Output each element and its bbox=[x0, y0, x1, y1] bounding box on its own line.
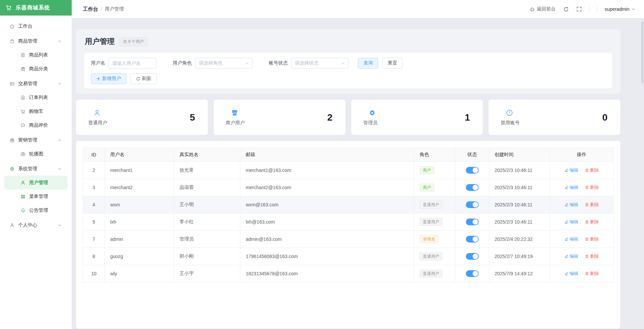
edit-button[interactable]: 编辑 bbox=[565, 236, 578, 242]
page-content: 用户管理 共 9 个用户 用户名 用户角色 请选择角色 账号状态 请选择 bbox=[72, 18, 644, 329]
username-input[interactable] bbox=[109, 58, 157, 69]
home-icon bbox=[530, 7, 535, 12]
stat-card-disabled-accounts: 禁用账号 0 bbox=[488, 100, 620, 135]
sidebar-item-product-mgmt[interactable]: 商品管理 bbox=[0, 34, 72, 48]
status-toggle[interactable] bbox=[466, 219, 479, 225]
shop-icon bbox=[231, 109, 239, 117]
status-select[interactable]: 请选择状态 bbox=[291, 58, 349, 69]
status-toggle[interactable] bbox=[466, 270, 479, 277]
sidebar-item-order-list[interactable]: 订单列表 bbox=[0, 91, 72, 104]
edit-icon bbox=[565, 272, 569, 276]
sidebar-item-product-list[interactable]: 商品列表 bbox=[0, 48, 72, 62]
user-table: ID 用户名 真实姓名 邮箱 角色 状态 创建时间 操作 2 merchant1 bbox=[83, 148, 614, 282]
cell-realname: 郭小刚 bbox=[174, 248, 240, 265]
edit-icon bbox=[565, 220, 569, 224]
sidebar-item-banner[interactable]: 轮播图 bbox=[0, 147, 72, 161]
role-select[interactable]: 请选择角色 bbox=[195, 58, 253, 69]
edit-button[interactable]: 编辑 bbox=[565, 184, 578, 191]
back-to-front-button[interactable]: 返回前台 bbox=[530, 6, 556, 12]
edit-button[interactable]: 编辑 bbox=[565, 271, 578, 277]
stat-cards: 普通用户 5 商户用户 2 管理员 bbox=[76, 100, 620, 135]
role-filter-label: 用户角色 bbox=[173, 60, 192, 66]
cell-id: 7 bbox=[83, 231, 105, 248]
sidebar-item-trade-mgmt[interactable]: 交易管理 bbox=[0, 77, 72, 91]
sidebar-item-menu-mgmt[interactable]: 菜单管理 bbox=[0, 189, 72, 203]
breadcrumb-current: 用户管理 bbox=[105, 6, 124, 12]
status-toggle[interactable] bbox=[466, 184, 479, 191]
sidebar-item-product-review[interactable]: 商品评价 bbox=[0, 118, 72, 132]
col-actions: 操作 bbox=[550, 148, 614, 162]
edit-button[interactable]: 编辑 bbox=[565, 219, 578, 225]
delete-button[interactable]: 删除 bbox=[585, 236, 599, 242]
role-badge: 普通用户 bbox=[420, 218, 443, 226]
cell-username: wly bbox=[105, 265, 174, 282]
topbar-actions: 返回前台 superadmin bbox=[530, 6, 635, 12]
sidebar-item-product-category[interactable]: 商品分类 bbox=[0, 62, 72, 76]
delete-button[interactable]: 删除 bbox=[585, 184, 599, 191]
top-header: 工作台 / 用户管理 返回前台 superadmin bbox=[72, 0, 644, 18]
delete-button[interactable]: 删除 bbox=[585, 167, 599, 173]
stat-value: 5 bbox=[190, 112, 195, 123]
stat-card-merchant-users: 商户用户 2 bbox=[214, 100, 345, 135]
chevron-up-icon bbox=[57, 82, 62, 86]
delete-button[interactable]: 删除 bbox=[585, 271, 599, 277]
delete-button[interactable]: 删除 bbox=[585, 202, 599, 208]
category-icon bbox=[20, 66, 26, 72]
cell-realname: 品诣荟 bbox=[174, 179, 240, 196]
trash-icon bbox=[585, 237, 589, 241]
sidebar-item-personal-center[interactable]: 个人中心 bbox=[0, 218, 72, 232]
edit-icon bbox=[565, 237, 569, 241]
cell-email: 18231345678@163.com bbox=[240, 265, 414, 282]
sidebar-item-announcement-mgmt[interactable]: 公告管理 bbox=[0, 203, 72, 217]
stat-value: 0 bbox=[602, 112, 607, 123]
cell-created: 2025/2/7 10:49:19 bbox=[489, 248, 550, 265]
warning-icon bbox=[505, 109, 514, 117]
cart-icon bbox=[20, 109, 26, 114]
scrollbar[interactable] bbox=[641, 22, 643, 83]
trash-icon bbox=[585, 220, 589, 224]
reset-button[interactable]: 重置 bbox=[382, 58, 403, 69]
sidebar-item-shopping-cart[interactable]: 购物车 bbox=[0, 104, 72, 118]
edit-button[interactable]: 编辑 bbox=[565, 253, 578, 259]
status-toggle[interactable] bbox=[466, 236, 479, 243]
sidebar-item-user-mgmt[interactable]: 用户管理 bbox=[4, 176, 68, 189]
cell-created: 2025/2/3 10:46:11 bbox=[489, 213, 550, 231]
table-row: 4 wxm 王小明 wxm@163.com 普通用户 2025/2/3 10:4… bbox=[83, 196, 614, 213]
status-toggle[interactable] bbox=[466, 201, 479, 208]
search-card: 用户名 用户角色 请选择角色 账号状态 请选择状态 查询 bbox=[84, 53, 612, 88]
user-dropdown[interactable]: superadmin bbox=[605, 6, 635, 12]
fullscreen-icon[interactable] bbox=[576, 6, 582, 12]
role-badge: 普通用户 bbox=[420, 270, 443, 278]
sidebar-item-workbench[interactable]: 工作台 bbox=[0, 19, 72, 33]
table-row: 8 guozg 郭小刚 17961456083@163.com 普通用户 202… bbox=[83, 248, 614, 265]
sidebar: 乐器商城系统 工作台 商品管理 商品列表 bbox=[0, 0, 72, 329]
status-toggle[interactable] bbox=[466, 167, 479, 174]
edit-button[interactable]: 编辑 bbox=[565, 202, 578, 208]
refresh-icon[interactable] bbox=[563, 6, 569, 12]
refresh-button[interactable]: 刷新 bbox=[130, 73, 157, 84]
search-button[interactable]: 查询 bbox=[358, 58, 378, 69]
delete-button[interactable]: 删除 bbox=[585, 253, 599, 259]
delete-button[interactable]: 删除 bbox=[585, 219, 599, 225]
cell-created: 2025/2/3 10:46:11 bbox=[489, 162, 550, 179]
user-table-card: ID 用户名 真实姓名 邮箱 角色 状态 创建时间 操作 2 merchant1 bbox=[76, 141, 620, 329]
col-role: 角色 bbox=[414, 148, 455, 162]
cell-username: wxm bbox=[105, 196, 174, 213]
app-logo: 乐器商城系统 bbox=[0, 0, 72, 16]
card-icon bbox=[9, 81, 15, 86]
user-icon bbox=[20, 180, 26, 185]
breadcrumb-root[interactable]: 工作台 bbox=[83, 6, 98, 12]
edit-icon bbox=[565, 254, 569, 258]
header-divider bbox=[597, 6, 597, 12]
sidebar-item-marketing-mgmt[interactable]: 营销管理 bbox=[0, 133, 72, 147]
col-email: 邮箱 bbox=[240, 148, 414, 162]
cell-email: lxh@163.com bbox=[240, 213, 414, 231]
stat-label: 管理员 bbox=[363, 120, 378, 126]
sidebar-item-system-mgmt[interactable]: 系统管理 bbox=[0, 162, 72, 176]
edit-button[interactable]: 编辑 bbox=[565, 167, 578, 173]
add-user-button[interactable]: 新增用户 bbox=[91, 73, 126, 84]
cell-email: 17961456083@163.com bbox=[240, 248, 414, 265]
trash-icon bbox=[585, 168, 589, 172]
main-area: 工作台 / 用户管理 返回前台 superadmin bbox=[72, 0, 644, 329]
status-toggle[interactable] bbox=[466, 253, 479, 260]
